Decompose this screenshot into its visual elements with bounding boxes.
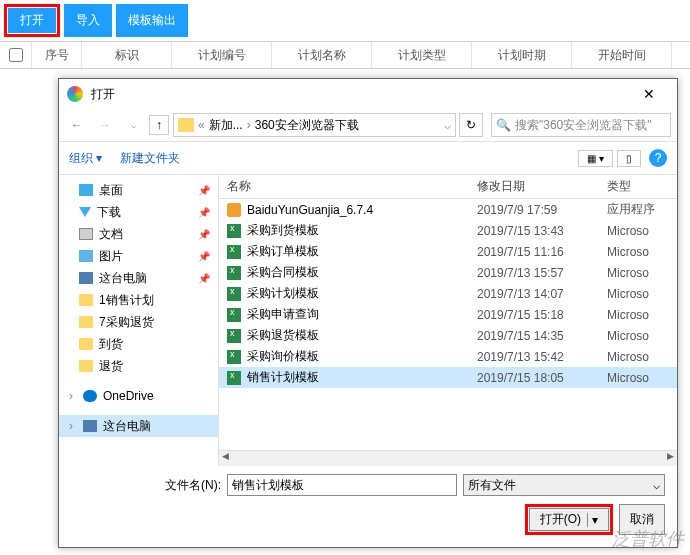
file-type: Microso — [599, 371, 677, 385]
file-name: 采购订单模板 — [247, 243, 319, 260]
file-date: 2019/7/15 11:16 — [469, 245, 599, 259]
file-type: Microso — [599, 329, 677, 343]
tree-pictures[interactable]: 图片📌 — [59, 245, 218, 267]
file-list[interactable]: BaiduYunGuanjia_6.7.42019/7/9 17:59应用程序采… — [219, 199, 677, 450]
file-type: Microso — [599, 308, 677, 322]
file-row[interactable]: 采购询价模板2019/7/13 15:42Microso — [219, 346, 677, 367]
file-filter-dropdown[interactable]: 所有文件 — [463, 474, 665, 496]
file-row[interactable]: 采购申请查询2019/7/15 15:18Microso — [219, 304, 677, 325]
xls-icon — [227, 350, 241, 364]
new-folder-button[interactable]: 新建文件夹 — [120, 150, 180, 167]
file-type: Microso — [599, 266, 677, 280]
open-file-dialog: 打开 ✕ ← → ⌵ ↑ « 新加... › 360安全浏览器下载 ⌵ ↻ 🔍搜… — [58, 78, 678, 548]
file-date: 2019/7/13 15:57 — [469, 266, 599, 280]
organize-menu[interactable]: 组织 ▾ — [69, 150, 102, 167]
col-seq[interactable]: 序号 — [32, 42, 82, 68]
col-filename[interactable]: 名称 — [219, 178, 469, 195]
xls-icon — [227, 245, 241, 259]
horizontal-scrollbar[interactable] — [219, 450, 677, 466]
view-mode-button[interactable]: ▦ ▾ — [578, 150, 613, 167]
tree-this-pc[interactable]: ›这台电脑 — [59, 415, 218, 437]
file-row[interactable]: 采购到货模板2019/7/15 13:43Microso — [219, 220, 677, 241]
select-all-checkbox[interactable] — [9, 48, 23, 62]
file-date: 2019/7/15 15:18 — [469, 308, 599, 322]
table-header: 序号 标识 计划编号 计划名称 计划类型 计划时期 开始时间 — [0, 41, 690, 69]
recent-dropdown-icon[interactable]: ⌵ — [121, 113, 145, 137]
xls-icon — [227, 329, 241, 343]
file-date: 2019/7/13 15:42 — [469, 350, 599, 364]
tree-folder[interactable]: 1销售计划 — [59, 289, 218, 311]
file-type: Microso — [599, 287, 677, 301]
preview-pane-button[interactable]: ▯ — [617, 150, 641, 167]
file-name: 销售计划模板 — [247, 369, 319, 386]
file-name: 采购询价模板 — [247, 348, 319, 365]
file-date: 2019/7/15 13:43 — [469, 224, 599, 238]
file-type: Microso — [599, 224, 677, 238]
exe-icon — [227, 203, 241, 217]
file-row[interactable]: 采购退货模板2019/7/15 14:35Microso — [219, 325, 677, 346]
tree-desktop[interactable]: 桌面📌 — [59, 179, 218, 201]
import-button[interactable]: 导入 — [64, 4, 112, 37]
breadcrumb[interactable]: 360安全浏览器下载 — [255, 117, 359, 134]
file-date: 2019/7/9 17:59 — [469, 203, 599, 217]
tree-this-pc[interactable]: 这台电脑📌 — [59, 267, 218, 289]
xls-icon — [227, 224, 241, 238]
filename-label: 文件名(N): — [71, 477, 221, 494]
col-moddate[interactable]: 修改日期 — [469, 178, 599, 195]
file-row[interactable]: 采购订单模板2019/7/15 11:16Microso — [219, 241, 677, 262]
tree-onedrive[interactable]: ›OneDrive — [59, 385, 218, 407]
file-date: 2019/7/13 14:07 — [469, 287, 599, 301]
file-name: 采购到货模板 — [247, 222, 319, 239]
file-type: 应用程序 — [599, 201, 677, 218]
file-row[interactable]: 销售计划模板2019/7/15 18:05Microso — [219, 367, 677, 388]
help-icon[interactable]: ? — [649, 149, 667, 167]
open-file-button[interactable]: 打开(O)▾ — [529, 508, 609, 531]
open-button[interactable]: 打开 — [8, 8, 56, 33]
filename-input[interactable] — [227, 474, 457, 496]
file-row[interactable]: 采购合同模板2019/7/13 15:57Microso — [219, 262, 677, 283]
app-icon — [67, 86, 83, 102]
xls-icon — [227, 266, 241, 280]
file-row[interactable]: BaiduYunGuanjia_6.7.42019/7/9 17:59应用程序 — [219, 199, 677, 220]
tree-folder[interactable]: 退货 — [59, 355, 218, 377]
template-export-button[interactable]: 模板输出 — [116, 4, 188, 37]
folder-icon — [178, 118, 194, 132]
col-plan-type[interactable]: 计划类型 — [372, 42, 472, 68]
file-name: 采购计划模板 — [247, 285, 319, 302]
xls-icon — [227, 308, 241, 322]
file-name: 采购申请查询 — [247, 306, 319, 323]
file-name: BaiduYunGuanjia_6.7.4 — [247, 203, 373, 217]
file-date: 2019/7/15 14:35 — [469, 329, 599, 343]
refresh-icon[interactable]: ↻ — [459, 113, 483, 137]
col-plan-time[interactable]: 计划时期 — [472, 42, 572, 68]
dialog-title: 打开 — [91, 86, 629, 103]
file-name: 采购退货模板 — [247, 327, 319, 344]
xls-icon — [227, 371, 241, 385]
folder-tree[interactable]: 桌面📌 下载📌 文档📌 图片📌 这台电脑📌 1销售计划 7采购退货 到货 退货 … — [59, 175, 219, 466]
col-filetype[interactable]: 类型 — [599, 178, 677, 195]
col-mark[interactable]: 标识 — [82, 42, 172, 68]
tree-documents[interactable]: 文档📌 — [59, 223, 218, 245]
search-input[interactable]: 🔍搜索"360安全浏览器下载" — [491, 113, 671, 137]
col-start-time[interactable]: 开始时间 — [572, 42, 672, 68]
up-icon[interactable]: ↑ — [149, 115, 169, 135]
close-icon[interactable]: ✕ — [629, 86, 669, 102]
tree-folder[interactable]: 到货 — [59, 333, 218, 355]
file-type: Microso — [599, 350, 677, 364]
col-plan-name[interactable]: 计划名称 — [272, 42, 372, 68]
tree-downloads[interactable]: 下载📌 — [59, 201, 218, 223]
file-row[interactable]: 采购计划模板2019/7/13 14:07Microso — [219, 283, 677, 304]
col-plan-no[interactable]: 计划编号 — [172, 42, 272, 68]
forward-icon[interactable]: → — [93, 113, 117, 137]
back-icon[interactable]: ← — [65, 113, 89, 137]
chevron-down-icon[interactable]: ▾ — [587, 513, 598, 527]
breadcrumb[interactable]: 新加... — [209, 117, 243, 134]
file-name: 采购合同模板 — [247, 264, 319, 281]
file-date: 2019/7/15 18:05 — [469, 371, 599, 385]
tree-folder[interactable]: 7采购退货 — [59, 311, 218, 333]
address-bar[interactable]: « 新加... › 360安全浏览器下载 ⌵ — [173, 113, 456, 137]
xls-icon — [227, 287, 241, 301]
file-type: Microso — [599, 245, 677, 259]
cancel-button[interactable]: 取消 — [619, 504, 665, 535]
